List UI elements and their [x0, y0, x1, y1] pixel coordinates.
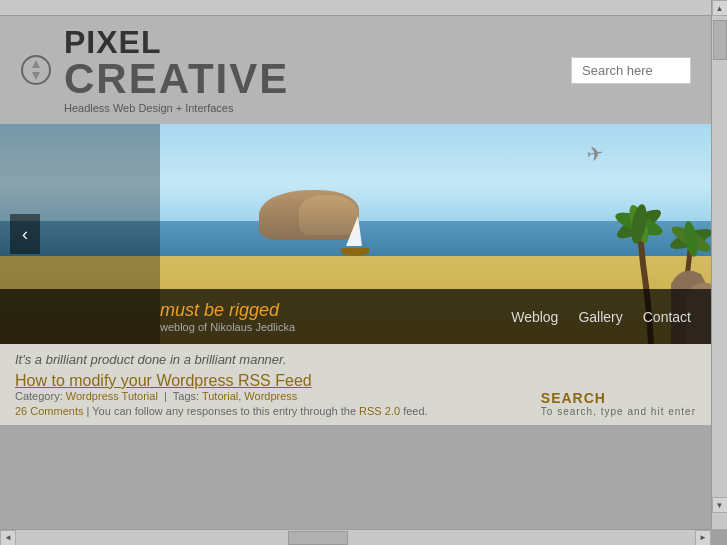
main-content: It's a brilliant product done in a brill…	[0, 344, 711, 425]
category-label: Category:	[15, 390, 63, 402]
feed-text: feed.	[403, 405, 427, 417]
category-link[interactable]: Wordpress Tutorial	[66, 390, 158, 402]
logo-area: PIXEL CREATIVE Headless Web Design + Int…	[20, 26, 289, 114]
post-title-link[interactable]: How to modify your Wordpress RSS Feed	[15, 372, 312, 389]
tagline-text: It's a brilliant product done in a brill…	[15, 352, 696, 367]
hero-nav-bar: must be rigged weblog of Nikolaus Jedlic…	[0, 289, 711, 344]
scroll-right-btn[interactable]: ►	[695, 530, 711, 546]
slider-prev-button[interactable]: ‹	[10, 214, 40, 254]
hero-slider: ✈	[0, 124, 711, 344]
scrollbar-right[interactable]: ▲ ▼	[711, 0, 727, 529]
nav-contact[interactable]: Contact	[643, 309, 691, 325]
logo-text: PIXEL CREATIVE Headless Web Design + Int…	[64, 26, 289, 114]
logo-icon	[20, 54, 52, 86]
tag2-link[interactable]: Wordpress	[244, 390, 297, 402]
search-hint: To search, type and hit enter	[541, 406, 696, 417]
follow-text: | You can follow any responses to this e…	[87, 405, 356, 417]
sail	[346, 216, 362, 246]
blog-title-area: must be rigged weblog of Nikolaus Jedlic…	[160, 300, 491, 333]
search-label: SEARCH	[541, 390, 696, 406]
scrollbar-top[interactable]	[0, 0, 727, 16]
search-cta-label: SEARCH To search, type and hit enter	[541, 390, 696, 417]
scroll-down-btn[interactable]: ▼	[712, 497, 728, 513]
scroll-thumb-bottom[interactable]	[288, 531, 348, 545]
tag1-link[interactable]: Tutorial	[202, 390, 238, 402]
browser-window: ▲ ▼ ◄ ► PIXEL CREATI	[0, 0, 727, 545]
scroll-left-btn[interactable]: ◄	[0, 530, 16, 546]
rss-link[interactable]: RSS 2.0	[359, 405, 400, 417]
scroll-up-btn[interactable]: ▲	[712, 0, 728, 16]
site-subtitle: CREATIVE	[64, 58, 289, 100]
blog-main-title: must be rigged	[160, 300, 491, 321]
blog-sub-title: weblog of Nikolaus Jedlicka	[160, 321, 491, 333]
svg-marker-1	[32, 60, 40, 68]
scrollbar-bottom[interactable]: ◄ ►	[0, 529, 711, 545]
nav-gallery[interactable]: Gallery	[578, 309, 622, 325]
page-content: PIXEL CREATIVE Headless Web Design + Int…	[0, 16, 711, 529]
boat-hull	[341, 248, 369, 256]
hero-nav-links: Weblog Gallery Contact	[511, 309, 691, 325]
site-tagline: Headless Web Design + Interfaces	[64, 102, 289, 114]
svg-marker-2	[32, 72, 40, 80]
site-title: PIXEL	[64, 26, 289, 58]
hero-sailboat	[341, 216, 371, 256]
search-input[interactable]	[571, 57, 691, 84]
tags-label: Tags:	[173, 390, 199, 402]
chevron-left-icon: ‹	[22, 224, 28, 245]
comments-link[interactable]: 26 Comments	[15, 405, 83, 417]
scroll-thumb-right[interactable]	[713, 20, 727, 60]
site-header: PIXEL CREATIVE Headless Web Design + Int…	[0, 16, 711, 124]
nav-weblog[interactable]: Weblog	[511, 309, 558, 325]
